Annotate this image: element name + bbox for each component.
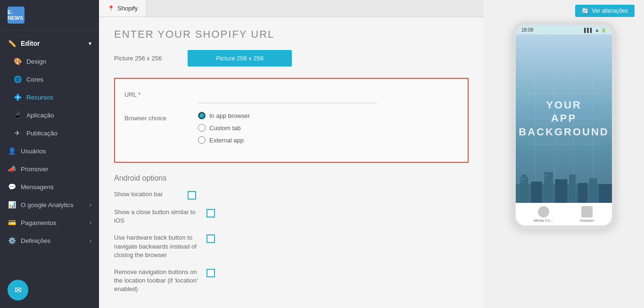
tab-bar: 📍 Shopify xyxy=(99,0,484,17)
svg-rect-10 xyxy=(521,178,522,180)
sidebar-item-usuarios[interactable]: 👤 Usuários xyxy=(0,142,99,160)
main-area: 📍 Shopify ENTER YOUR SHOPIFY URL Picture… xyxy=(99,0,484,308)
phone-bottom-item-2: Volusion xyxy=(580,206,594,223)
chevron-right-icon-2: › xyxy=(90,220,91,225)
svg-rect-6 xyxy=(569,175,576,203)
sidebar-item-design[interactable]: 🎨 Design xyxy=(0,52,99,70)
svg-rect-15 xyxy=(545,177,546,179)
svg-rect-11 xyxy=(524,178,525,180)
picture-row: Picture 256 x 256 Picture 256 x 256 xyxy=(114,50,469,67)
picture-label: Picture 256 x 256 xyxy=(114,55,180,62)
bottom-icon-1 xyxy=(538,206,549,217)
sidebar-item-publicacao[interactable]: ✈ Publicação xyxy=(0,124,99,142)
url-row: URL * xyxy=(124,88,458,103)
recursos-icon: 💠 xyxy=(13,93,22,101)
svg-rect-5 xyxy=(555,179,567,203)
promover-icon: 📣 xyxy=(8,165,16,173)
sidebar-item-recursos[interactable]: 💠 Recursos xyxy=(0,88,99,106)
sidebar-item-editor[interactable]: ✏️ Editor ▾ xyxy=(0,34,99,52)
mail-icon: ✉ xyxy=(15,285,22,295)
radio-group: In app browser Custom tab External app xyxy=(198,112,250,144)
page-title: ENTER YOUR SHOPIFY URL xyxy=(114,28,469,41)
chevron-right-icon: › xyxy=(90,202,91,208)
signal-icon: ▌▌▌ xyxy=(584,28,593,33)
svg-rect-12 xyxy=(521,181,522,183)
bottom-label-1: Minha Co... xyxy=(534,218,553,223)
svg-rect-13 xyxy=(545,175,546,176)
pagamentos-icon: 💳 xyxy=(8,218,16,227)
show-location-checkbox[interactable] xyxy=(188,191,196,200)
picture-button[interactable]: Picture 256 x 256 xyxy=(188,50,292,67)
chevron-down-icon: ▾ xyxy=(89,41,91,47)
chevron-right-icon-3: › xyxy=(90,238,91,243)
sidebar-item-aplicacao[interactable]: 📱 Aplicação xyxy=(0,106,99,124)
radio-custom-tab-input[interactable] xyxy=(198,124,206,132)
design-icon: 🎨 xyxy=(13,57,22,66)
browser-choice-label: Browser choice xyxy=(124,112,190,122)
content-inner: ENTER YOUR SHOPIFY URL Picture 256 x 256… xyxy=(99,17,484,308)
logo-icon: E-NEWS xyxy=(8,7,25,24)
sidebar: E-NEWS ✏️ Editor ▾ 🎨 Design 🌐 Cores 💠 Re… xyxy=(0,0,99,308)
show-close-checkbox[interactable] xyxy=(206,209,215,217)
bordered-section: URL * Browser choice In app browser Cust… xyxy=(114,78,469,163)
hardware-back-label: Use hardware back button to navigate bac… xyxy=(114,233,199,259)
content-area: ENTER YOUR SHOPIFY URL Picture 256 x 256… xyxy=(99,17,484,308)
radio-in-app[interactable]: In app browser xyxy=(198,112,250,119)
svg-rect-8 xyxy=(589,178,597,203)
city-silhouette xyxy=(516,165,612,203)
phone-time: 18:09 xyxy=(521,27,533,33)
checkbox-show-location: Show location bar xyxy=(114,190,469,200)
svg-rect-9 xyxy=(599,184,612,203)
mail-button[interactable]: ✉ xyxy=(8,280,28,300)
checkbox-remove-nav: Remove navigation buttons on the locatio… xyxy=(114,268,469,294)
aplicacao-icon: 📱 xyxy=(13,111,22,119)
battery-icon: 🔋 xyxy=(601,28,606,33)
sidebar-item-mensagens[interactable]: 💬 Mensagens xyxy=(0,178,99,196)
show-location-label: Show location bar xyxy=(114,190,180,199)
phone-mockup: 18:09 ▌▌▌ ▲ 🔋 YOUR APP xyxy=(512,22,616,229)
checkbox-show-close: Show a close button similar to iOS xyxy=(114,208,469,225)
cores-icon: 🌐 xyxy=(13,75,22,83)
radio-external-app-input[interactable] xyxy=(198,136,206,144)
svg-rect-2 xyxy=(522,175,526,178)
svg-rect-14 xyxy=(548,175,549,176)
url-input[interactable] xyxy=(198,88,377,103)
sidebar-item-google-analytics[interactable]: 📊 O google Analytics › xyxy=(0,196,99,214)
mensagens-icon: 💬 xyxy=(8,183,16,191)
radio-custom-tab[interactable]: Custom tab xyxy=(198,124,250,132)
usuarios-icon: 👤 xyxy=(8,147,16,155)
phone-status-bar: 18:09 ▌▌▌ ▲ 🔋 xyxy=(516,25,612,34)
phone-bottom-item-1: Minha Co... xyxy=(534,206,553,223)
phone-bottom-bar: Minha Co... Volusion xyxy=(516,203,612,225)
tab-shopify[interactable]: 📍 Shopify xyxy=(99,0,147,17)
checkbox-hardware-back: Use hardware back button to navigate bac… xyxy=(114,233,469,259)
remove-nav-checkbox[interactable] xyxy=(206,269,215,277)
svg-rect-4 xyxy=(544,172,553,203)
sidebar-item-definicoes[interactable]: ⚙️ Definições › xyxy=(0,232,99,250)
ver-alteracoes-button[interactable]: 🔄 Ver alterações xyxy=(575,5,635,17)
svg-rect-3 xyxy=(531,182,542,203)
preview-panel: 🔄 Ver alterações 18:09 ▌▌▌ ▲ 🔋 xyxy=(484,0,644,308)
wifi-icon: ▲ xyxy=(595,28,599,33)
phone-content: YOUR APP BACKGROUND xyxy=(516,34,612,203)
url-label: URL * xyxy=(124,88,190,98)
android-section-title: Android options xyxy=(114,174,469,183)
sidebar-nav: ✏️ Editor ▾ 🎨 Design 🌐 Cores 💠 Recursos … xyxy=(0,31,99,272)
definicoes-icon: ⚙️ xyxy=(8,236,16,245)
radio-external-app[interactable]: External app xyxy=(198,136,250,144)
svg-rect-7 xyxy=(578,183,587,203)
sidebar-bottom: ✉ xyxy=(0,272,99,308)
analytics-icon: 📊 xyxy=(8,200,16,209)
sidebar-item-cores[interactable]: 🌐 Cores xyxy=(0,70,99,88)
sidebar-logo: E-NEWS xyxy=(0,0,99,31)
pin-icon: 📍 xyxy=(107,5,115,12)
hardware-back-checkbox[interactable] xyxy=(206,234,215,243)
sidebar-item-pagamentos[interactable]: 💳 Pagamentos › xyxy=(0,214,99,232)
radio-in-app-input[interactable] xyxy=(198,112,206,119)
refresh-icon: 🔄 xyxy=(582,8,589,14)
bottom-label-2: Volusion xyxy=(580,218,594,223)
publicacao-icon: ✈ xyxy=(13,129,22,137)
sidebar-item-promover[interactable]: 📣 Promover xyxy=(0,160,99,178)
editor-icon: ✏️ xyxy=(8,39,16,48)
remove-nav-label: Remove navigation buttons on the locatio… xyxy=(114,268,199,294)
